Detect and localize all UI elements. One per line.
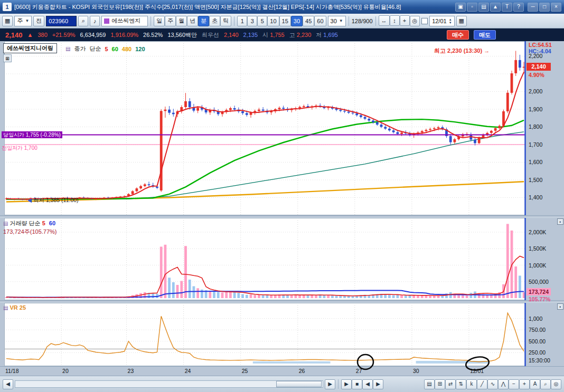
horizontal-expand-icon[interactable]: ⇄ — [445, 379, 456, 389]
price-legend: ▤ 종가 단순 560480120 — [65, 45, 149, 53]
pin-window-icon[interactable]: ▣ — [455, 3, 466, 12]
legend-ma-60: 60 — [49, 220, 55, 226]
legend-ma-60: 60 — [112, 46, 118, 52]
text-tool-icon[interactable]: A — [530, 379, 540, 389]
axis-tick: 1,400 — [529, 194, 542, 200]
scroll-left-icon[interactable]: ◀ — [3, 379, 13, 389]
current-volume-percent: 105.77% — [529, 296, 550, 302]
stock-code-input[interactable] — [46, 16, 77, 26]
open-price-line-label: 당일시가 1,755 (-0.28%) — [2, 131, 62, 138]
app-icon: 1 — [3, 3, 12, 11]
separator — [338, 379, 339, 389]
separator — [234, 16, 234, 26]
high-annotation: 최고 2,230 (13:30) → — [434, 47, 490, 55]
search-chart-icon[interactable]: ⌕ — [540, 379, 551, 389]
turnover-rate: 26.52% — [143, 32, 163, 38]
period-button-second[interactable]: 초 — [209, 16, 220, 26]
axis-tick: 1,900 — [529, 106, 542, 112]
close-button[interactable]: × — [551, 3, 561, 12]
x-axis-label: 27 — [356, 368, 362, 374]
x-axis-label: 30 — [413, 368, 419, 374]
interval-dropdown-value: 30 — [331, 18, 337, 24]
interval-button-10[interactable]: 10 — [267, 16, 279, 26]
period-button-year[interactable]: 년 — [187, 16, 198, 26]
always-on-top-icon[interactable]: ▲ — [490, 3, 501, 12]
chart-settings-icon[interactable]: ◎ — [410, 16, 420, 26]
legend-ma-480: 480 — [122, 46, 131, 52]
auto-date-checkbox[interactable] — [421, 18, 428, 24]
scroll-right-icon[interactable]: ▶ — [325, 379, 335, 389]
buy-button[interactable]: 매수 — [447, 30, 469, 40]
crosshair-icon[interactable]: + — [400, 15, 410, 26]
draw-tool-icon[interactable]: ╱ — [477, 379, 487, 389]
minimize-button[interactable]: ─ — [528, 3, 538, 12]
pattern-tool-icon[interactable]: ⋀ — [498, 379, 509, 389]
current-volume-tag: 173,724 — [527, 288, 551, 295]
new-window-icon[interactable]: ▫ — [467, 3, 477, 12]
period-button-tick[interactable]: 틱 — [220, 16, 231, 26]
period-button-day[interactable]: 일 — [154, 16, 165, 26]
maximize-button[interactable]: □ — [539, 3, 550, 12]
stock-color-chip-icon — [104, 18, 109, 24]
scrollbar-thumb[interactable] — [276, 381, 322, 387]
wave-tool-icon[interactable]: ∿ — [487, 379, 498, 389]
price-axis: 2,2002,0001,9001,8001,7001,6001,5001,400… — [526, 41, 564, 215]
x-axis-label: 12/01 — [470, 368, 484, 374]
vr-plot[interactable] — [4, 303, 526, 366]
date-field[interactable]: 12/01 ▲▼ — [429, 16, 454, 26]
volume-axis: 2,000K1,500K1,000K500,000173,724105.77% — [526, 218, 564, 300]
bottom-settings-icon[interactable]: ◎ — [551, 379, 561, 389]
sell-button[interactable]: 매도 — [474, 30, 496, 40]
change-percent: +21.59% — [52, 32, 76, 38]
period-dropdown[interactable]: 주 ▼ — [14, 16, 32, 26]
pane-layout-icon[interactable]: ▤ — [424, 379, 435, 389]
bottom-toolbar: ◀ ▶ ▶■◀▶ ▤⊞⇄⇅k╱∿⋀−+A⌕◎ — [0, 376, 564, 392]
calendar-icon[interactable]: ▦ — [456, 16, 467, 26]
stock-name-field[interactable]: 에쓰씨엔지 — [101, 16, 148, 26]
zoom-out-icon[interactable]: − — [509, 379, 519, 389]
arrow-left-icon: ◀ — [27, 197, 32, 203]
bar-counter: 128/900 — [352, 18, 373, 24]
date-spinner[interactable]: ▲▼ — [449, 18, 452, 24]
indicator-icon: ▤ — [3, 221, 8, 226]
font-size-icon[interactable]: T — [502, 3, 512, 12]
grid-icon[interactable]: ⊞ — [3, 54, 12, 62]
interval-button-60[interactable]: 60 — [314, 16, 326, 26]
interval-button-5[interactable]: 5 — [257, 16, 267, 26]
auto-scroll-stop-icon[interactable]: ■ — [352, 379, 362, 389]
zoom-in-icon[interactable]: + — [519, 379, 530, 389]
chart-scrollbar[interactable] — [15, 380, 323, 388]
prev-stock-button[interactable]: 전 — [33, 16, 44, 26]
vertical-expand-icon[interactable]: ⇅ — [456, 379, 466, 389]
add-pane-icon[interactable]: ⊞ — [435, 379, 445, 389]
legend-type-label: 단순 — [89, 45, 101, 53]
search-icon[interactable]: ⌕ — [78, 16, 88, 26]
step-forward-icon[interactable]: ▶ — [373, 379, 383, 389]
trendline-tool-icon[interactable]: k — [466, 379, 477, 389]
period-button-minute[interactable]: 분 — [198, 16, 209, 26]
interval-button-15[interactable]: 15 — [279, 16, 291, 26]
interval-dropdown[interactable]: 30 ▼ — [328, 16, 346, 26]
axis-tick: 250.00 — [529, 349, 546, 356]
interval-button-45[interactable]: 45 — [303, 16, 314, 26]
chart-type-icon[interactable]: ▦ — [2, 16, 13, 26]
help-icon[interactable]: ? — [513, 3, 524, 12]
current-price-tag: 2,140 — [527, 63, 551, 71]
sound-icon[interactable]: ♪ — [90, 16, 100, 26]
auto-scroll-play-icon[interactable]: ▶ — [341, 379, 352, 389]
period-button-week[interactable]: 주 — [165, 16, 176, 26]
axis-tick: 1,500K — [529, 245, 546, 252]
change-value: 380 — [37, 32, 47, 38]
layout-icon[interactable]: ▤ — [478, 3, 489, 12]
period-buttons: 일주월년분초틱 — [154, 16, 231, 26]
price-plot[interactable] — [4, 41, 526, 215]
axis-tick: 1,600 — [529, 159, 542, 165]
interval-button-30[interactable]: 30 — [291, 16, 303, 26]
interval-button-3[interactable]: 3 — [247, 16, 257, 26]
interval-button-1[interactable]: 1 — [237, 16, 247, 26]
compress-bars-icon[interactable]: ↔ — [379, 15, 390, 26]
period-button-month[interactable]: 월 — [176, 16, 187, 26]
volume-plot[interactable] — [4, 218, 526, 300]
expand-bars-icon[interactable]: ↕ — [390, 15, 400, 26]
step-back-icon[interactable]: ◀ — [362, 379, 373, 389]
